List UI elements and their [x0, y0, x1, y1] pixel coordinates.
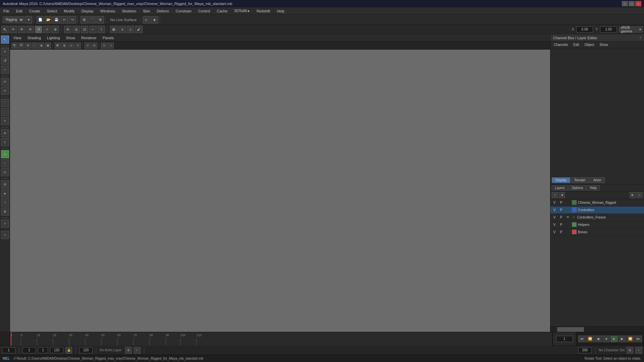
layer-p-ctrl[interactable]: P — [558, 208, 564, 212]
vt-shadow-btn[interactable]: ◐ — [61, 43, 67, 49]
y-field[interactable] — [600, 26, 617, 33]
render-btn[interactable]: ▷ — [143, 16, 150, 23]
go-end-btn[interactable]: ⏭ — [635, 336, 642, 342]
menu-select[interactable]: Select — [46, 8, 59, 14]
soft-mod-btn[interactable]: ≋ — [64, 26, 71, 33]
bend-btn[interactable]: ⌐ — [89, 26, 97, 33]
next-frame-btn[interactable]: ⏩ — [627, 336, 634, 342]
move-tool-btn[interactable]: ✛ — [26, 26, 34, 33]
lasso-lt-btn[interactable]: ⟳ — [1, 78, 9, 86]
vp-menu-show[interactable]: Show — [65, 35, 77, 41]
cluster-btn[interactable]: ◎ — [72, 26, 80, 33]
layer-color-chinese[interactable] — [572, 200, 577, 205]
vt-light-btn[interactable]: ☀ — [75, 43, 81, 49]
menu-file[interactable]: File — [2, 8, 11, 14]
vp-menu-lighting[interactable]: Lighting — [46, 35, 61, 41]
layer-p-helpers[interactable]: P — [558, 223, 564, 227]
menu-3dto-all[interactable]: 3DToAll ▸ — [233, 8, 251, 14]
vt-film-btn[interactable]: 🎬 — [18, 43, 24, 49]
rotate-lt-btn[interactable]: ↺ — [1, 57, 9, 65]
paint-lt-btn[interactable]: ✏ — [1, 87, 9, 95]
mel-label[interactable]: MEL — [3, 357, 10, 360]
mode-dropdown[interactable]: Rigging — [3, 16, 24, 23]
layer-color-ctrl[interactable] — [572, 207, 577, 212]
layer-p-bones[interactable]: P — [558, 230, 564, 234]
char-set-btn2[interactable]: + — [635, 347, 642, 354]
cluster-lt-btn[interactable]: ◈ — [1, 189, 9, 197]
vt-hud-btn[interactable]: ⊟ — [91, 43, 97, 49]
subtab-help[interactable]: Help — [587, 185, 600, 190]
layer-v-chinese[interactable]: V — [552, 201, 557, 204]
play-back-btn[interactable]: ◄ — [602, 336, 610, 342]
paint-weights-btn[interactable]: 🖌 — [135, 26, 143, 33]
snap-point-btn[interactable]: ⊕ — [97, 16, 104, 23]
layer-color-helpers[interactable] — [572, 222, 577, 227]
pencil-lt-btn[interactable]: ✎ — [1, 117, 9, 125]
curve-lt-btn[interactable]: ⌒ — [1, 99, 9, 107]
char-set-btn[interactable]: ⚙ — [627, 347, 633, 354]
lattice-lt-btn[interactable]: ⊠ — [1, 207, 9, 216]
new-scene-btn[interactable]: 📄 — [37, 16, 44, 23]
layer-scrollbar-thumb[interactable] — [557, 327, 584, 332]
tab-channels[interactable]: Channels — [552, 42, 570, 47]
start-frame-input[interactable] — [22, 347, 36, 353]
layer-prev2-btn[interactable]: ◀ — [559, 192, 565, 198]
lasso-btn[interactable]: ⟳ — [18, 26, 25, 33]
layer-r-freeze[interactable]: R — [565, 216, 571, 219]
vt-wire-btn[interactable]: □ — [32, 43, 38, 49]
show-manip-btn[interactable]: ⊛ — [52, 26, 59, 33]
playback-end-input[interactable] — [578, 347, 592, 353]
end-frame-input2[interactable] — [50, 347, 63, 353]
anim-layer-btn[interactable]: ⚙ — [125, 347, 132, 354]
misc2-lt-btn[interactable]: ⊹ — [1, 231, 9, 239]
menu-help[interactable]: Help — [275, 8, 286, 14]
vt-cam-btn[interactable]: 📷 — [11, 43, 17, 49]
layer-next2-btn[interactable]: ▶ — [630, 192, 636, 198]
wire-lt-btn[interactable]: ⌇ — [1, 198, 9, 206]
layer-prev-btn[interactable]: ◁ — [552, 192, 558, 198]
ep-lt-btn[interactable]: ◦ — [1, 108, 9, 116]
prev-key-btn[interactable]: ◀ — [594, 336, 602, 342]
tab-edit[interactable]: Edit — [571, 42, 581, 47]
layer-color-bones[interactable] — [572, 230, 577, 234]
save-btn[interactable]: 💾 — [53, 16, 60, 23]
subtab-options[interactable]: Options — [569, 185, 586, 190]
anim-layer-btn2[interactable]: + — [134, 347, 141, 354]
layer-p-freeze[interactable]: P — [558, 216, 564, 219]
go-start-btn[interactable]: ⏮ — [578, 336, 586, 342]
mode-dropdown-arrow[interactable]: ▾ — [25, 16, 32, 23]
vt-ao-btn[interactable]: ◎ — [68, 43, 74, 49]
frame-lock-btn[interactable]: 🔒 — [65, 347, 72, 354]
select-tool-btn[interactable]: ↖ — [1, 26, 9, 33]
menu-skeleton[interactable]: Skeleton — [120, 8, 138, 14]
vp-menu-renderer[interactable]: Renderer — [80, 35, 98, 41]
joint-lt-btn[interactable]: ⊕ — [1, 129, 9, 137]
snap-curve-btn[interactable]: ⌒ — [89, 16, 96, 23]
select-lt-btn[interactable]: ↖ — [1, 36, 9, 44]
constraint-lt-btn[interactable]: ⊞ — [1, 180, 9, 188]
x-field[interactable] — [576, 26, 593, 33]
layer-v-ctrl[interactable]: V — [552, 208, 557, 212]
menu-constrain[interactable]: Constrain — [174, 8, 193, 14]
vt-grid-btn[interactable]: ⊞ — [25, 43, 31, 49]
menu-windows[interactable]: Windows — [99, 8, 117, 14]
menu-skin[interactable]: Skin — [142, 8, 151, 14]
menu-edit[interactable]: Edit — [15, 8, 24, 14]
next-key-btn[interactable]: ▶ — [619, 336, 626, 342]
redo-btn[interactable]: ↪ — [69, 16, 76, 23]
minimize-button[interactable]: − — [622, 1, 628, 6]
joint-btn[interactable]: ⊕ — [110, 26, 117, 33]
scale-tool-btn[interactable]: ⤢ — [43, 26, 51, 33]
layer-v-bones[interactable]: V — [552, 230, 557, 234]
polygon-lt-btn[interactable]: □ — [1, 159, 9, 167]
vt-shaded-btn[interactable]: ◩ — [55, 43, 61, 49]
menu-create[interactable]: Create — [28, 8, 42, 14]
scale-lt-btn[interactable]: ⤢ — [1, 66, 9, 74]
current-frame-input[interactable] — [2, 347, 15, 353]
vp-menu-shading[interactable]: Shading — [26, 35, 42, 41]
tab-object[interactable]: Object — [583, 42, 596, 47]
end-frame-input[interactable] — [556, 336, 573, 342]
panel-close-icon[interactable]: × — [639, 36, 641, 40]
menu-redshift[interactable]: Redshift — [255, 8, 271, 14]
subtab-layers[interactable]: Layers — [552, 185, 568, 190]
